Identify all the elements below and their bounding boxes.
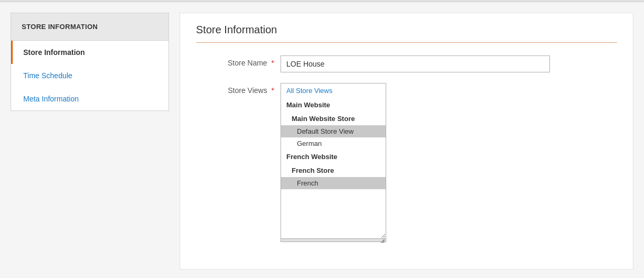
sidebar-item-label-store-information: Store Information [23, 48, 85, 57]
store-views-required: * [272, 86, 274, 95]
option-main-website[interactable]: Main Website [281, 98, 386, 112]
resize-handle[interactable]: ◢ [281, 239, 386, 242]
option-german[interactable]: German [281, 137, 386, 150]
sidebar-item-label-meta-information: Meta Information [23, 95, 79, 103]
store-views-label: Store Views * [196, 83, 281, 95]
option-french-website[interactable]: French Website [281, 150, 386, 164]
sidebar-item-store-information[interactable]: Store Information [11, 41, 169, 64]
section-title: Store Information [196, 24, 617, 43]
main-content: Store Information Store Name * Store Vie… [180, 13, 633, 270]
store-views-listbox[interactable]: All Store Views Main Website Main Websit… [281, 83, 386, 239]
store-name-row: Store Name * [196, 55, 617, 72]
sidebar-header: STORE INFORMATION [11, 13, 169, 40]
store-views-row: Store Views * All Store Views Main Websi… [196, 83, 617, 242]
option-all-store-views[interactable]: All Store Views [281, 84, 386, 98]
option-french-store[interactable]: French Store [281, 164, 386, 177]
option-main-website-store[interactable]: Main Website Store [281, 112, 386, 125]
sidebar: STORE INFORMATION Store Information Time… [11, 13, 169, 270]
sidebar-item-time-schedule[interactable]: Time Schedule [11, 64, 169, 87]
store-views-field: All Store Views Main Website Main Websit… [281, 83, 617, 242]
option-french[interactable]: French [281, 177, 386, 189]
page-container: STORE INFORMATION Store Information Time… [0, 2, 644, 278]
store-name-label: Store Name * [196, 55, 281, 67]
store-name-field [281, 55, 617, 72]
sidebar-item-meta-information[interactable]: Meta Information [11, 87, 169, 110]
option-default-store-view[interactable]: Default Store View [281, 125, 386, 137]
store-name-required: * [272, 59, 274, 67]
sidebar-item-label-time-schedule: Time Schedule [23, 71, 72, 80]
resize-icon: ◢ [380, 237, 385, 243]
sidebar-menu: Store Information Time Schedule Meta Inf… [11, 40, 169, 111]
store-name-input[interactable] [281, 55, 550, 72]
